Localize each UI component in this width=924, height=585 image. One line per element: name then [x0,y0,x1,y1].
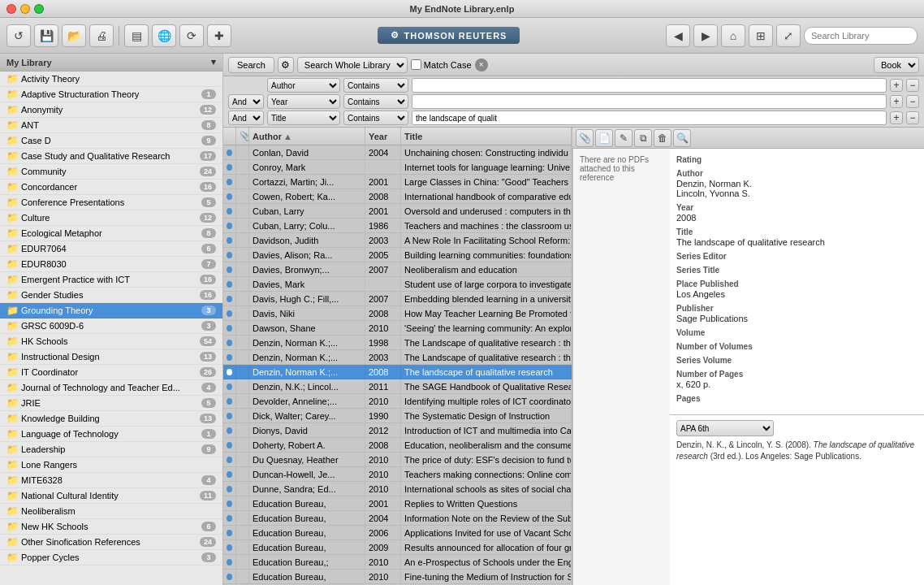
minimize-button[interactable] [20,4,30,14]
maximize-button[interactable] [34,4,44,14]
citation-format-select[interactable]: APA 6th [676,420,774,436]
new-note-button[interactable]: 📄 [595,129,613,147]
print-button[interactable]: 🖨 [89,24,114,47]
filter-logic-select[interactable]: And [228,110,264,125]
sidebar-item[interactable]: 📁 Culture 12 [0,210,222,226]
refresh-button[interactable]: ↺ [6,24,31,47]
filter-remove-button[interactable]: − [906,79,919,92]
sidebar-item[interactable]: 📁 Language of Technology 1 [0,427,222,442]
reference-type-select[interactable]: Book [874,57,919,73]
sidebar-item[interactable]: 📁 Instructional Design 13 [0,349,222,365]
sidebar-item[interactable]: 📁 GRSC 6009D-6 3 [0,318,222,334]
table-row[interactable]: Education Bureau, 2010 Fine-tuning the M… [223,570,572,584]
new-ref-button[interactable]: ✚ [207,24,231,47]
filter-op-select[interactable]: Contains [343,78,408,93]
filter-value-input[interactable] [412,94,887,109]
filter-op-select[interactable]: Contains [343,110,408,125]
search-scope-select[interactable]: Search Whole Library [297,57,408,73]
table-row[interactable]: Dionys, David 2012 Introduction of ICT a… [223,423,572,438]
col-header-title[interactable]: Title [401,128,572,145]
sidebar-item[interactable]: 📁 EDUR8030 7 [0,257,222,272]
table-row[interactable]: Dick, Walter; Carey... 1990 The Systemat… [223,409,572,423]
sidebar-item[interactable]: 📁 JRIE 5 [0,396,222,411]
table-row[interactable]: Education Bureau, 2009 Results announced… [223,540,572,555]
table-row[interactable]: Doherty, Robert A. 2008 Education, neoli… [223,438,572,453]
table-row[interactable]: Davis, Niki 2008 How May Teacher Learnin… [223,306,572,321]
nav-fwd-button[interactable]: ▶ [693,24,718,47]
sidebar-item[interactable]: 📁 Gender Studies 16 [0,288,222,303]
filter-value-input[interactable] [412,78,887,93]
sidebar-item[interactable]: 📁 ANT 8 [0,118,222,133]
save-button[interactable]: 💾 [34,24,58,47]
close-button[interactable] [6,4,16,14]
copy-button[interactable]: ⧉ [634,129,652,147]
trash-button[interactable]: 🗑 [654,129,671,147]
globe-button[interactable]: 🌐 [152,24,176,47]
sidebar-item[interactable]: 📁 EDUR7064 6 [0,241,222,257]
filter-add-button[interactable]: + [890,111,903,124]
edit-button[interactable]: ✎ [615,129,633,147]
sidebar-collapse-icon[interactable]: ▾ [211,57,216,67]
filter-field-select[interactable]: Author [267,78,340,93]
table-row[interactable]: Davidson, Judith 2003 A New Role In Faci… [223,233,572,248]
table-row[interactable]: Duncan-Howell, Je... 2010 Teachers makin… [223,467,572,482]
sidebar-item[interactable]: 📁 Popper Cycles 3 [0,550,222,566]
table-row[interactable]: Dunne, Sandra; Ed... 2010 International … [223,482,572,496]
search-input[interactable] [804,27,918,45]
table-row[interactable]: Davies, Mark Student use of large corpor… [223,277,572,292]
sidebar-item[interactable]: 📁 Case D 9 [0,133,222,149]
filter-add-button[interactable]: + [890,95,903,108]
table-row[interactable]: Denzin, Norman K.;... 2008 The landscape… [223,365,572,379]
table-row[interactable]: Denzin, Norman K.;... 1998 The Landscape… [223,336,572,350]
table-row[interactable]: Education Bureau,; 2010 An e-Prospectus … [223,555,572,570]
sidebar-item[interactable]: 📁 New HK Schools 6 [0,519,222,535]
table-row[interactable]: Conroy, Mark Internet tools for language… [223,160,572,175]
sidebar-item[interactable]: 📁 Neoliberalism [0,504,222,519]
sidebar-item[interactable]: 📁 Anonymity 12 [0,102,222,118]
sidebar-item[interactable]: 📁 Journal of Technology and Teacher Ed..… [0,380,222,396]
sidebar-item[interactable]: 📁 IT Coordinator 26 [0,365,222,380]
table-row[interactable]: Education Bureau, 2001 Replies to Writte… [223,496,572,511]
filter-remove-button[interactable]: − [906,111,919,124]
filter-logic-select[interactable]: And [228,94,264,109]
expand-button[interactable]: ⤢ [776,24,801,47]
sidebar-item[interactable]: 📁 Leadership 9 [0,442,222,457]
sidebar-item[interactable]: 📁 Case Study and Qualitative Research 17 [0,149,222,164]
filter-field-select[interactable]: Year [267,94,340,109]
sidebar-item[interactable]: 📁 Ecological Metaphor 8 [0,226,222,241]
table-row[interactable]: Dawson, Shane 2010 'Seeing' the learning… [223,321,572,336]
sync-button[interactable]: ⟳ [179,24,204,47]
table-row[interactable]: Conlan, David 2004 Unchaining chosen: Co… [223,145,572,160]
search-settings-button[interactable]: ⚙ [278,57,294,73]
col-header-author[interactable]: Author ▲ [249,128,365,145]
filter-value-input[interactable] [412,110,887,125]
filter-field-select[interactable]: Title [267,110,340,125]
table-row[interactable]: Devolder, Anneline;... 2010 Identifying … [223,394,572,409]
table-row[interactable]: Davies, Alison; Ra... 2005 Building lear… [223,248,572,262]
nav-home-button[interactable]: ⌂ [721,24,745,47]
paperclip-button[interactable]: 📎 [576,129,594,147]
match-case-checkbox[interactable]: Match Case [411,59,472,70]
filter-add-button[interactable]: + [890,79,903,92]
open-button[interactable]: 📂 [62,24,86,47]
nav-back-button[interactable]: ◀ [666,24,690,47]
table-row[interactable]: Cuban, Larry; Colu... 1986 Teachers and … [223,219,572,233]
view-mode-button[interactable]: ⊞ [749,24,773,47]
filter-remove-button[interactable]: − [906,95,919,108]
table-row[interactable]: Denzin, Norman K.;... 2003 The Landscape… [223,350,572,365]
sidebar-item[interactable]: 📁 Emergent Practice with ICT 16 [0,272,222,288]
table-row[interactable]: Cowen, Robert; Ka... 2008 International … [223,189,572,204]
clear-search-button[interactable]: × [475,58,488,72]
table-row[interactable]: Du Quesnay, Heather 2010 The price of du… [223,453,572,467]
sidebar-item[interactable]: 📁 Conference Presentations 5 [0,195,222,210]
match-case-input[interactable] [411,59,421,70]
sidebar-item[interactable]: 📁 HK Schools 54 [0,334,222,349]
table-row[interactable]: Davies, Bronwyn;... 2007 Neoliberalism a… [223,262,572,277]
table-row[interactable]: Cuban, Larry 2001 Oversold and underused… [223,204,572,219]
table-row[interactable]: Davis, Hugh C.; Fill,... 2007 Embedding … [223,292,572,306]
table-row[interactable]: Education Bureau, 2004 Information Note … [223,511,572,526]
sidebar-item[interactable]: 📁 National Cultural Identity 11 [0,488,222,504]
sidebar-item[interactable]: 📁 Community 24 [0,164,222,180]
sidebar-item[interactable]: 📁 MITE6328 4 [0,473,222,488]
view-button[interactable]: ▤ [124,24,149,47]
